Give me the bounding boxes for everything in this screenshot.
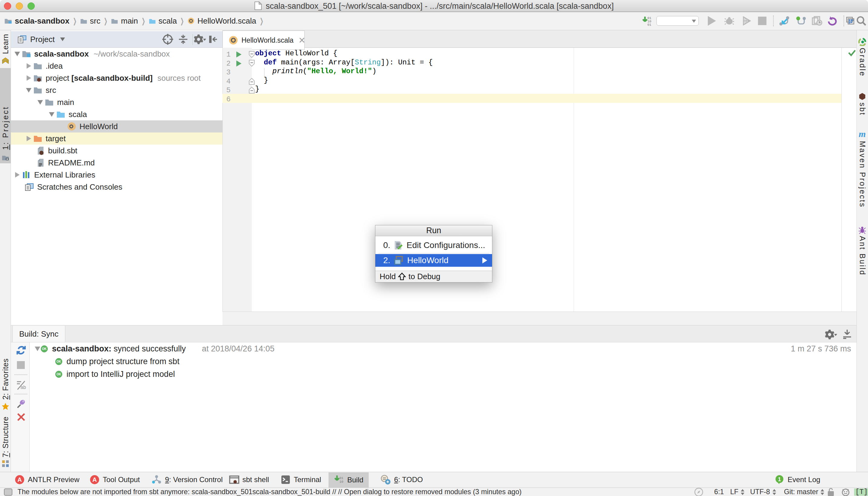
- svg-text:ab: ab: [20, 385, 26, 390]
- svg-text:10: 10: [339, 480, 343, 484]
- svg-text:01: 01: [339, 476, 344, 480]
- svg-text:01: 01: [647, 23, 652, 27]
- svg-text:A: A: [93, 476, 97, 483]
- svg-text:1: 1: [778, 476, 781, 482]
- svg-text:A: A: [17, 476, 22, 483]
